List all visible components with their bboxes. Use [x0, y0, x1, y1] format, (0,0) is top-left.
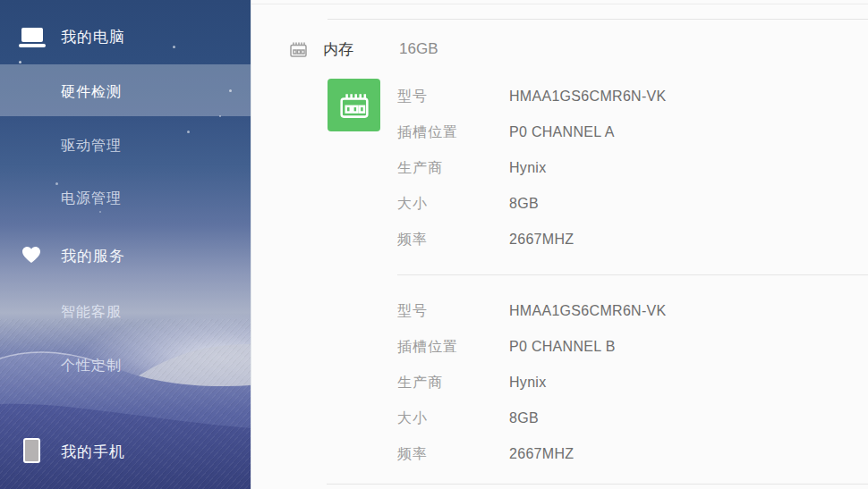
detail-label: 生产商 [397, 374, 509, 392]
detail-value: HMAA1GS6CMR6N-VK [509, 89, 667, 105]
section-title: 内存 [323, 39, 353, 60]
detail-row: 频率 2667MHZ [397, 436, 868, 472]
detail-label: 大小 [397, 409, 509, 428]
ram-icon [289, 41, 308, 62]
detail-label: 型号 [397, 302, 509, 321]
sidebar-item-label: 硬件检测 [61, 83, 122, 102]
detail-value: 2667MHZ [509, 446, 574, 462]
sidebar-item-label: 我的电脑 [61, 27, 125, 47]
sidebar-item-hardware-check[interactable]: 硬件检测 [0, 74, 251, 110]
heart-icon [21, 246, 41, 264]
detail-row: 频率 2667MHZ [397, 222, 868, 257]
detail-row: 型号 HMAA1GS6CMR6N-VK [397, 79, 868, 114]
detail-row: 生产商 Hynix [397, 365, 868, 400]
divider [328, 19, 868, 20]
detail-label: 生产商 [397, 159, 509, 178]
sidebar-item-label: 个性定制 [61, 357, 122, 375]
detail-label: 频率 [397, 445, 509, 464]
detail-value: HMAA1GS6CMR6N-VK [509, 303, 667, 319]
detail-label: 频率 [397, 231, 509, 249]
star-dot [19, 61, 21, 63]
sidebar-item-label: 驱动管理 [61, 137, 122, 156]
detail-value: P0 CHANNEL B [509, 339, 616, 355]
divider [251, 4, 868, 4]
sidebar-item-driver-management[interactable]: 驱动管理 [0, 128, 251, 164]
memory-section-header: 内存 16GB [251, 39, 868, 61]
laptop-icon [21, 28, 43, 47]
memory-module-b-details: 型号 HMAA1GS6CMR6N-VK 插槽位置 P0 CHANNEL B 生产… [397, 293, 868, 472]
detail-row: 插槽位置 P0 CHANNEL A [397, 114, 868, 150]
memory-module-a-details: 型号 HMAA1GS6CMR6N-VK 插槽位置 P0 CHANNEL A 生产… [397, 79, 868, 257]
detail-row: 大小 8GB [397, 400, 868, 436]
ram-module-icon [328, 79, 380, 131]
sidebar-item-label: 我的手机 [61, 442, 125, 462]
hardware-detail-panel: 内存 16GB 型号 HMAA1GS6CMR6N-VK 插槽 [251, 0, 868, 489]
sidebar-item-label: 电源管理 [61, 190, 122, 208]
sidebar-item-personalization[interactable]: 个性定制 [0, 348, 251, 384]
sidebar-item-my-computer[interactable]: 我的电脑 [0, 19, 251, 55]
sidebar-item-my-phone[interactable]: 我的手机 [0, 434, 251, 469]
memory-total-value: 16GB [399, 40, 438, 58]
divider [397, 274, 868, 275]
detail-row: 型号 HMAA1GS6CMR6N-VK [397, 293, 868, 329]
app-window: 我的电脑 硬件检测 驱动管理 电源管理 我的服务 智能客服 [0, 0, 868, 489]
detail-value: Hynix [509, 375, 547, 391]
divider [327, 484, 868, 485]
sidebar-item-power-management[interactable]: 电源管理 [0, 181, 251, 216]
phone-icon [23, 438, 40, 463]
detail-row: 大小 8GB [397, 186, 868, 222]
sidebar: 我的电脑 硬件检测 驱动管理 电源管理 我的服务 智能客服 [0, 0, 251, 489]
detail-value: 2667MHZ [509, 232, 574, 248]
detail-label: 型号 [397, 88, 509, 106]
sidebar-item-smart-support[interactable]: 智能客服 [0, 294, 251, 330]
detail-label: 插槽位置 [397, 338, 509, 357]
detail-label: 插槽位置 [397, 123, 509, 142]
detail-value: 8GB [509, 410, 539, 426]
detail-label: 大小 [397, 195, 509, 214]
detail-value: P0 CHANNEL A [509, 124, 615, 140]
sidebar-item-label: 智能客服 [61, 303, 122, 322]
sidebar-item-my-services[interactable]: 我的服务 [0, 238, 251, 274]
detail-value: 8GB [509, 196, 539, 212]
detail-row: 生产商 Hynix [397, 150, 868, 186]
detail-row: 插槽位置 P0 CHANNEL B [397, 329, 868, 365]
detail-value: Hynix [509, 160, 547, 176]
sidebar-item-label: 我的服务 [61, 246, 125, 266]
